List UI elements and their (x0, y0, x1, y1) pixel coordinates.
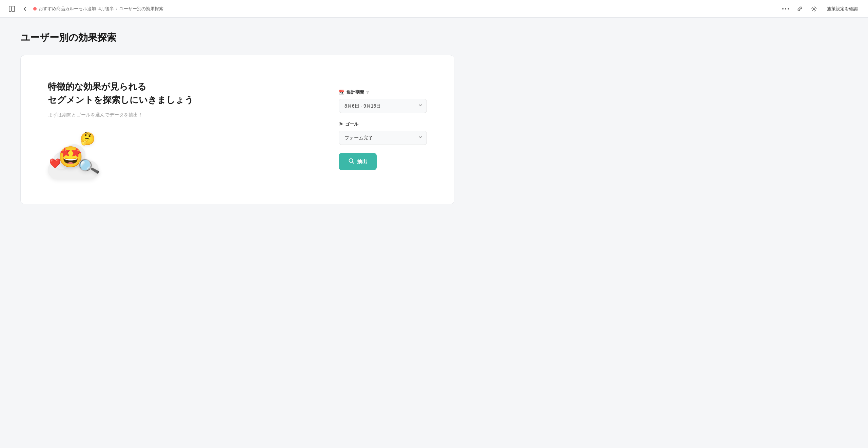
back-button[interactable] (20, 5, 30, 13)
confirm-settings-button[interactable]: 施策設定を確認 (824, 4, 861, 14)
period-form-group: 📅 集計期間 ? 8月6日 - 9月16日 7月1日 - 8月5日 6月1日 -… (339, 89, 427, 113)
sidebar-toggle-button[interactable] (7, 4, 17, 13)
heart-emoji: ❤️ (49, 158, 61, 169)
svg-rect-1 (12, 6, 15, 12)
extract-search-icon (348, 158, 354, 165)
goal-label: ⚑ ゴール (339, 121, 427, 127)
period-help-icon[interactable]: ? (366, 90, 369, 95)
card-left: 特徴的な効果が見られる セグメントを探索しにいきましょう まずは期間とゴールを選… (48, 80, 312, 179)
emoji-group: ❤️ 🤩 🤔 🔍 (48, 132, 102, 179)
settings-button[interactable] (809, 4, 819, 14)
breadcrumb-campaign[interactable]: おすすめ商品カルーセル追加_4月後半 (39, 6, 114, 12)
goal-icon: ⚑ (339, 122, 343, 127)
svg-point-2 (782, 8, 784, 10)
link-button[interactable] (795, 4, 805, 14)
period-select[interactable]: 8月6日 - 9月16日 7月1日 - 8月5日 6月1日 - 6月30日 (339, 99, 427, 113)
thinking-emoji: 🤔 (80, 132, 95, 146)
campaign-dot (33, 7, 37, 11)
more-button[interactable] (781, 7, 790, 11)
main-card: 特徴的な効果が見られる セグメントを探索しにいきましょう まずは期間とゴールを選… (20, 55, 454, 204)
period-label: 📅 集計期間 ? (339, 89, 427, 95)
svg-point-6 (349, 159, 353, 163)
goal-form-group: ⚑ ゴール フォーム完了 購入完了 会員登録 (339, 121, 427, 145)
breadcrumb-separator: / (116, 6, 117, 11)
card-subtext: まずは期間とゴールを選んでデータを抽出！ (48, 112, 312, 118)
svg-rect-0 (9, 6, 11, 12)
card-heading: 特徴的な効果が見られる セグメントを探索しにいきましょう (48, 80, 312, 107)
period-select-wrapper: 8月6日 - 9月16日 7月1日 - 8月5日 6月1日 - 6月30日 (339, 99, 427, 113)
extract-button[interactable]: 抽出 (339, 153, 377, 170)
breadcrumb: おすすめ商品カルーセル追加_4月後半 / ユーザー別の効果探索 (33, 6, 163, 12)
main-content: ユーザー別の効果探索 特徴的な効果が見られる セグメントを探索しにいきましょう … (0, 18, 475, 218)
illustration: ❤️ 🤩 🤔 🔍 (48, 132, 102, 179)
svg-point-3 (785, 8, 786, 10)
breadcrumb-current: ユーザー別の効果探索 (119, 6, 163, 12)
card-right: 📅 集計期間 ? 8月6日 - 9月16日 7月1日 - 8月5日 6月1日 -… (339, 89, 427, 170)
goal-select[interactable]: フォーム完了 購入完了 会員登録 (339, 131, 427, 145)
svg-point-5 (813, 8, 815, 10)
page-title: ユーザー別の効果探索 (20, 31, 454, 44)
toolbar: おすすめ商品カルーセル追加_4月後半 / ユーザー別の効果探索 施策設定を確認 (0, 0, 868, 18)
calendar-icon: 📅 (339, 90, 344, 95)
toolbar-left: おすすめ商品カルーセル追加_4月後半 / ユーザー別の効果探索 (7, 4, 777, 13)
goal-select-wrapper: フォーム完了 購入完了 会員登録 (339, 131, 427, 145)
toolbar-right: 施策設定を確認 (781, 4, 861, 14)
svg-point-4 (788, 8, 789, 10)
